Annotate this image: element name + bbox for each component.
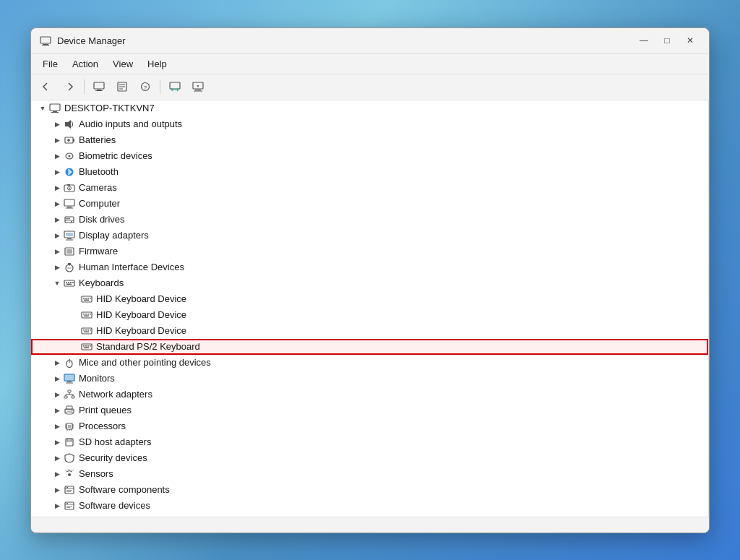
computer-button[interactable] <box>88 77 110 97</box>
bluetooth-icon <box>63 166 76 178</box>
tree-item-std-kbd[interactable]: Standard PS/2 Keyboard <box>31 339 708 355</box>
window-icon <box>40 35 51 46</box>
svg-point-114 <box>68 473 71 476</box>
close-button[interactable]: ✕ <box>680 30 700 51</box>
mice-label: Mice and other pointing devices <box>79 357 211 368</box>
tree-item-hid[interactable]: ▶ Human Interface Devices <box>31 259 708 275</box>
svg-point-82 <box>69 359 70 361</box>
svg-rect-76 <box>85 345 87 347</box>
sdhost-label: SD host adapters <box>79 436 151 447</box>
svg-rect-72 <box>90 329 91 331</box>
tree-item-security[interactable]: ▶ Security devices <box>31 450 708 466</box>
svg-rect-77 <box>87 345 89 347</box>
svg-rect-79 <box>84 347 89 348</box>
svg-rect-69 <box>83 329 85 331</box>
svg-rect-54 <box>72 282 74 283</box>
svg-text:▼: ▼ <box>197 84 200 88</box>
tree-item-printq[interactable]: ▶ Print queues <box>31 402 708 418</box>
menu-view[interactable]: View <box>107 57 139 71</box>
svg-rect-12 <box>170 82 180 89</box>
std-kbd-expand-icon <box>69 341 80 353</box>
tree-item-audio[interactable]: ▶ Audio inputs and outputs <box>31 116 708 132</box>
tree-item-firmware[interactable]: ▶ Firmware <box>31 244 708 259</box>
maximize-button[interactable]: □ <box>657 30 677 51</box>
tree-item-sdhost[interactable]: ▶ SD host adapters <box>31 434 708 450</box>
svg-rect-64 <box>85 314 87 315</box>
minimize-button[interactable]: — <box>634 30 654 51</box>
forward-button[interactable] <box>59 77 80 97</box>
tree-item-network[interactable]: ▶ Network adapters <box>31 387 708 402</box>
tree-item-hid-kbd-1[interactable]: HID Keyboard Device <box>31 291 708 307</box>
title-bar: Device Manager — □ ✕ <box>31 28 709 54</box>
back-button[interactable] <box>35 77 57 97</box>
sensors-icon <box>63 468 76 480</box>
svg-rect-68 <box>82 328 92 334</box>
tree-item-batteries[interactable]: ▶ Batteries <box>31 132 708 148</box>
menu-file[interactable]: File <box>37 57 64 71</box>
help-button[interactable]: ? <box>134 77 156 97</box>
hid-label: Human Interface Devices <box>79 262 184 272</box>
cameras-label: Cameras <box>79 182 117 193</box>
tree-item-cameras[interactable]: ▶ Cameras <box>31 180 708 196</box>
svg-rect-16 <box>194 91 202 92</box>
display-icon <box>63 230 76 241</box>
tree-item-hid-kbd-2[interactable]: HID Keyboard Device <box>31 307 708 323</box>
svg-rect-84 <box>67 382 72 382</box>
svg-rect-122 <box>66 503 68 504</box>
svg-rect-78 <box>90 345 91 347</box>
tree-item-hid-kbd-3[interactable]: HID Keyboard Device <box>31 323 708 339</box>
display-button[interactable]: ▼ <box>187 77 209 97</box>
firmware-icon <box>63 246 76 257</box>
svg-rect-65 <box>87 314 89 315</box>
tree-root[interactable]: ▼ DESKTOP-TKTKVN7 <box>31 100 708 116</box>
tree-item-processors[interactable]: ▶ Processors <box>31 418 708 434</box>
tree-item-monitors[interactable]: ▶ Monitors <box>31 371 708 387</box>
properties-button[interactable] <box>111 77 133 97</box>
svg-rect-48 <box>68 263 71 265</box>
svg-rect-23 <box>73 139 74 142</box>
tree-item-keyboards[interactable]: ▼ Keyboards <box>31 275 708 291</box>
svg-rect-88 <box>64 396 67 398</box>
svg-rect-87 <box>68 390 71 392</box>
network-label: Network adapters <box>79 389 152 400</box>
menu-action[interactable]: Action <box>66 57 104 71</box>
svg-rect-62 <box>82 312 92 318</box>
bluetooth-label: Bluetooth <box>79 166 119 177</box>
softcomp-label: Software components <box>79 484 170 495</box>
monitors-label: Monitors <box>79 373 115 384</box>
tree-item-computer[interactable]: ▶ Computer <box>31 196 708 212</box>
svg-rect-53 <box>70 282 72 283</box>
keyboards-icon <box>63 277 76 289</box>
softcomp-icon <box>63 484 76 496</box>
svg-rect-73 <box>84 331 89 332</box>
svg-rect-5 <box>95 90 103 91</box>
svg-rect-35 <box>66 207 73 208</box>
display-label: Display adapters <box>79 230 149 241</box>
scan-button[interactable] <box>164 77 186 97</box>
svg-rect-58 <box>85 298 87 299</box>
computer-label: Computer <box>79 198 120 209</box>
printq-icon <box>63 405 76 416</box>
separator-1 <box>84 79 85 94</box>
tree-item-softdev[interactable]: ▶ Software devices <box>31 498 708 514</box>
softcomp-expand-icon: ▶ <box>51 484 63 496</box>
tree-item-sensors[interactable]: ▶ Sensors <box>31 466 708 482</box>
svg-rect-70 <box>85 329 87 331</box>
mice-expand-icon: ▶ <box>51 357 63 369</box>
tree-item-mice[interactable]: ▶ Mice and other pointing devices <box>31 355 708 371</box>
tree-item-display[interactable]: ▶ Display adapters <box>31 228 708 244</box>
tree-item-diskdrives[interactable]: ▶ Disk drives <box>31 212 708 228</box>
root-label: DESKTOP-TKTKVN7 <box>64 103 155 113</box>
security-label: Security devices <box>79 452 147 463</box>
svg-rect-15 <box>195 90 201 90</box>
tree-item-softcomp[interactable]: ▶ Software components <box>31 482 708 498</box>
menu-help[interactable]: Help <box>142 57 173 71</box>
svg-rect-52 <box>68 282 69 283</box>
device-tree[interactable]: ▼ DESKTOP-TKTKVN7 ▶ <box>31 100 709 517</box>
processors-label: Processors <box>79 421 126 431</box>
tree-item-biometric[interactable]: ▶ Biometric devices <box>31 148 708 164</box>
svg-rect-41 <box>67 238 72 239</box>
device-manager-window: Device Manager — □ ✕ File Action View He… <box>30 27 710 533</box>
svg-rect-51 <box>66 282 67 283</box>
tree-item-bluetooth[interactable]: ▶ Bluetooth <box>31 164 708 180</box>
